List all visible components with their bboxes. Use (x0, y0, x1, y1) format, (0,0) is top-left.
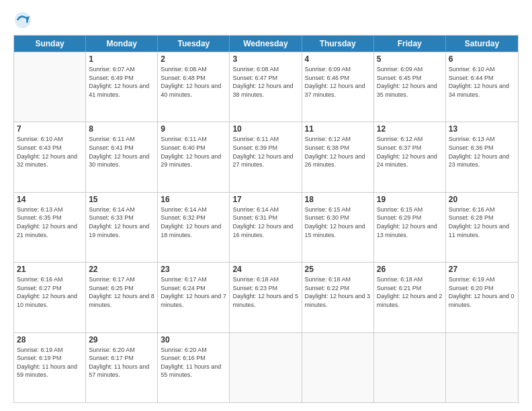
day-cell-20: 20Sunrise: 6:16 AMSunset: 6:28 PMDayligh… (446, 193, 518, 262)
day-cell-19: 19Sunrise: 6:15 AMSunset: 6:29 PMDayligh… (374, 193, 446, 262)
day-info: Sunrise: 6:13 AMSunset: 6:35 PMDaylight:… (17, 205, 83, 239)
day-info: Sunrise: 6:20 AMSunset: 6:16 PMDaylight:… (161, 346, 226, 379)
day-number: 17 (232, 195, 298, 204)
day-info: Sunrise: 6:12 AMSunset: 6:37 PMDaylight:… (377, 135, 443, 169)
day-number: 21 (17, 265, 83, 274)
day-cell-empty (302, 333, 374, 402)
day-info: Sunrise: 6:18 AMSunset: 6:23 PMDaylight:… (232, 275, 298, 309)
day-cell-7: 7Sunrise: 6:10 AMSunset: 6:43 PMDaylight… (14, 122, 86, 191)
day-header-sunday: Sunday (14, 36, 86, 52)
day-cell-8: 8Sunrise: 6:11 AMSunset: 6:41 PMDaylight… (86, 122, 158, 191)
page-header (13, 11, 519, 30)
day-cell-28: 28Sunrise: 6:19 AMSunset: 6:19 PMDayligh… (14, 333, 86, 402)
day-info: Sunrise: 6:11 AMSunset: 6:41 PMDaylight:… (89, 135, 154, 169)
day-info: Sunrise: 6:11 AMSunset: 6:39 PMDaylight:… (232, 135, 298, 169)
day-info: Sunrise: 6:08 AMSunset: 6:47 PMDaylight:… (232, 65, 298, 99)
day-info: Sunrise: 6:12 AMSunset: 6:38 PMDaylight:… (305, 135, 371, 169)
day-cell-3: 3Sunrise: 6:08 AMSunset: 6:47 PMDaylight… (230, 52, 302, 122)
day-header-tuesday: Tuesday (158, 36, 230, 52)
day-cell-23: 23Sunrise: 6:17 AMSunset: 6:24 PMDayligh… (158, 263, 230, 332)
day-info: Sunrise: 6:14 AMSunset: 6:32 PMDaylight:… (161, 205, 226, 239)
day-info: Sunrise: 6:10 AMSunset: 6:43 PMDaylight:… (17, 135, 83, 169)
day-cell-16: 16Sunrise: 6:14 AMSunset: 6:32 PMDayligh… (158, 193, 230, 262)
day-cell-empty (446, 333, 518, 402)
day-number: 14 (17, 195, 83, 204)
day-cell-26: 26Sunrise: 6:18 AMSunset: 6:21 PMDayligh… (374, 263, 446, 332)
day-number: 15 (89, 195, 154, 204)
day-info: Sunrise: 6:19 AMSunset: 6:20 PMDaylight:… (449, 275, 515, 309)
day-number: 9 (161, 124, 226, 134)
day-info: Sunrise: 6:15 AMSunset: 6:29 PMDaylight:… (377, 205, 443, 239)
calendar: SundayMondayTuesdayWednesdayThursdayFrid… (13, 35, 519, 403)
logo-icon (13, 11, 32, 30)
day-info: Sunrise: 6:11 AMSunset: 6:40 PMDaylight:… (161, 135, 226, 169)
calendar-week-5: 28Sunrise: 6:19 AMSunset: 6:19 PMDayligh… (14, 332, 518, 402)
day-cell-15: 15Sunrise: 6:14 AMSunset: 6:33 PMDayligh… (86, 193, 158, 262)
day-header-saturday: Saturday (446, 36, 518, 52)
day-info: Sunrise: 6:17 AMSunset: 6:25 PMDaylight:… (89, 275, 154, 309)
day-cell-1: 1Sunrise: 6:07 AMSunset: 6:49 PMDaylight… (86, 52, 158, 122)
day-cell-empty (230, 333, 302, 402)
day-cell-11: 11Sunrise: 6:12 AMSunset: 6:38 PMDayligh… (302, 122, 374, 191)
day-info: Sunrise: 6:16 AMSunset: 6:27 PMDaylight:… (17, 275, 83, 309)
day-info: Sunrise: 6:17 AMSunset: 6:24 PMDaylight:… (161, 275, 226, 309)
day-number: 28 (17, 335, 83, 345)
day-header-monday: Monday (86, 36, 158, 52)
calendar-header: SundayMondayTuesdayWednesdayThursdayFrid… (14, 36, 518, 52)
day-info: Sunrise: 6:09 AMSunset: 6:46 PMDaylight:… (305, 65, 371, 99)
day-info: Sunrise: 6:16 AMSunset: 6:28 PMDaylight:… (449, 205, 515, 239)
day-info: Sunrise: 6:08 AMSunset: 6:48 PMDaylight:… (161, 65, 226, 99)
day-number: 2 (161, 54, 226, 64)
day-number: 6 (449, 54, 515, 64)
day-cell-empty (374, 333, 446, 402)
calendar-body: 1Sunrise: 6:07 AMSunset: 6:49 PMDaylight… (14, 52, 518, 402)
day-info: Sunrise: 6:19 AMSunset: 6:19 PMDaylight:… (17, 346, 83, 379)
day-number: 30 (161, 335, 226, 345)
day-info: Sunrise: 6:20 AMSunset: 6:17 PMDaylight:… (89, 346, 154, 379)
day-cell-25: 25Sunrise: 6:18 AMSunset: 6:22 PMDayligh… (302, 263, 374, 332)
day-cell-18: 18Sunrise: 6:15 AMSunset: 6:30 PMDayligh… (302, 193, 374, 262)
day-cell-5: 5Sunrise: 6:09 AMSunset: 6:45 PMDaylight… (374, 52, 446, 122)
day-number: 13 (449, 124, 515, 134)
day-cell-17: 17Sunrise: 6:14 AMSunset: 6:31 PMDayligh… (230, 193, 302, 262)
day-number: 23 (161, 265, 226, 274)
day-number: 16 (161, 195, 226, 204)
day-cell-29: 29Sunrise: 6:20 AMSunset: 6:17 PMDayligh… (86, 333, 158, 402)
day-info: Sunrise: 6:14 AMSunset: 6:33 PMDaylight:… (89, 205, 154, 239)
calendar-week-3: 14Sunrise: 6:13 AMSunset: 6:35 PMDayligh… (14, 192, 518, 262)
day-header-friday: Friday (374, 36, 446, 52)
day-info: Sunrise: 6:13 AMSunset: 6:36 PMDaylight:… (449, 135, 515, 169)
day-header-thursday: Thursday (302, 36, 374, 52)
day-header-wednesday: Wednesday (230, 36, 302, 52)
day-info: Sunrise: 6:09 AMSunset: 6:45 PMDaylight:… (377, 65, 443, 99)
day-cell-27: 27Sunrise: 6:19 AMSunset: 6:20 PMDayligh… (446, 263, 518, 332)
day-info: Sunrise: 6:15 AMSunset: 6:30 PMDaylight:… (305, 205, 371, 239)
day-number: 11 (305, 124, 371, 134)
day-number: 20 (449, 195, 515, 204)
day-info: Sunrise: 6:14 AMSunset: 6:31 PMDaylight:… (232, 205, 298, 239)
day-cell-24: 24Sunrise: 6:18 AMSunset: 6:23 PMDayligh… (230, 263, 302, 332)
svg-point-0 (15, 12, 31, 28)
day-number: 3 (232, 54, 298, 64)
day-number: 22 (89, 265, 154, 274)
calendar-week-4: 21Sunrise: 6:16 AMSunset: 6:27 PMDayligh… (14, 262, 518, 332)
day-cell-22: 22Sunrise: 6:17 AMSunset: 6:25 PMDayligh… (86, 263, 158, 332)
day-cell-9: 9Sunrise: 6:11 AMSunset: 6:40 PMDaylight… (158, 122, 230, 191)
day-number: 19 (377, 195, 443, 204)
day-number: 10 (232, 124, 298, 134)
day-info: Sunrise: 6:07 AMSunset: 6:49 PMDaylight:… (89, 65, 154, 99)
day-cell-empty (14, 52, 86, 122)
day-cell-6: 6Sunrise: 6:10 AMSunset: 6:44 PMDaylight… (446, 52, 518, 122)
day-cell-14: 14Sunrise: 6:13 AMSunset: 6:35 PMDayligh… (14, 193, 86, 262)
day-cell-10: 10Sunrise: 6:11 AMSunset: 6:39 PMDayligh… (230, 122, 302, 191)
day-number: 4 (305, 54, 371, 64)
day-number: 7 (17, 124, 83, 134)
day-number: 18 (305, 195, 371, 204)
day-number: 25 (305, 265, 371, 274)
day-info: Sunrise: 6:18 AMSunset: 6:21 PMDaylight:… (377, 275, 443, 309)
day-number: 29 (89, 335, 154, 345)
day-number: 8 (89, 124, 154, 134)
calendar-week-1: 1Sunrise: 6:07 AMSunset: 6:49 PMDaylight… (14, 52, 518, 122)
day-cell-13: 13Sunrise: 6:13 AMSunset: 6:36 PMDayligh… (446, 122, 518, 191)
day-number: 5 (377, 54, 443, 64)
